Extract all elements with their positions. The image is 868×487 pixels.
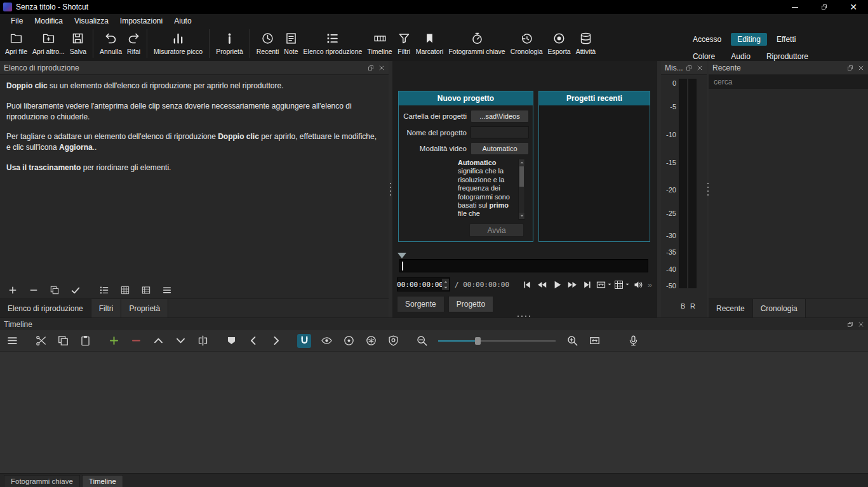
float-panel-icon[interactable] [847, 321, 853, 328]
snap-button[interactable] [297, 334, 311, 348]
skip-start-button[interactable] [519, 277, 533, 291]
scroll-down-icon[interactable] [519, 213, 524, 219]
splitter-right[interactable] [707, 61, 709, 317]
timecode-current[interactable]: 00:00:00:00 [397, 277, 450, 291]
scroll-up-icon[interactable] [519, 159, 524, 166]
recent-projects-list[interactable] [539, 105, 650, 241]
close-panel-icon[interactable] [858, 65, 864, 71]
grid-button[interactable] [613, 277, 630, 291]
float-panel-icon[interactable] [686, 65, 692, 71]
layout-audio[interactable]: Audio [724, 50, 757, 61]
peak-meter-button[interactable]: Misuratore picco [147, 29, 205, 58]
ripple-delete-button[interactable] [129, 334, 143, 348]
open-other-button[interactable]: Apri altro... [30, 29, 67, 58]
skip-end-button[interactable] [580, 277, 594, 291]
description-scrollbar[interactable] [518, 159, 525, 220]
menu-aiuto[interactable]: Aiuto [168, 15, 197, 27]
jobs-button[interactable]: Attività [573, 29, 599, 58]
split-button[interactable] [196, 334, 210, 348]
tab-recent[interactable]: Recente [709, 299, 753, 317]
layout-riproduttore[interactable]: Riproduttore [760, 50, 815, 61]
menu-file[interactable]: File [5, 15, 29, 27]
record-audio-button[interactable] [626, 334, 640, 348]
recent-files-list[interactable] [709, 89, 868, 298]
playlist-add-button[interactable] [6, 284, 19, 297]
ripple-all-tracks-button[interactable] [364, 334, 378, 348]
volume-button[interactable] [631, 277, 645, 291]
playlist-remove-button[interactable] [27, 284, 40, 297]
seek-bar[interactable] [399, 259, 648, 272]
export-button[interactable]: Esporta [545, 29, 573, 58]
timeline-menu-button[interactable] [5, 334, 19, 348]
projects-folder-button[interactable]: ...sad\Videos [471, 110, 529, 123]
playlist-menu-button[interactable] [161, 284, 173, 297]
close-button[interactable]: ✕ [839, 0, 868, 14]
recent-button[interactable]: Recenti [250, 29, 282, 58]
layout-effetti[interactable]: Effetti [770, 33, 802, 46]
ripple-markers-button[interactable] [386, 334, 400, 348]
float-panel-icon[interactable] [847, 65, 853, 71]
lift-button[interactable] [151, 334, 165, 348]
view-icons-button[interactable] [140, 284, 152, 297]
zoom-out-button[interactable] [415, 334, 429, 348]
restore-button[interactable] [810, 0, 839, 14]
append-button[interactable] [107, 334, 121, 348]
timeline-button[interactable]: Timeline [364, 29, 394, 58]
layout-editing[interactable]: Editing [731, 33, 767, 46]
playlist-update-button[interactable] [48, 284, 61, 297]
play-button[interactable] [550, 277, 564, 291]
rewind-button[interactable] [535, 277, 549, 291]
tab-keyframes[interactable]: Fotogrammi chiave [4, 475, 80, 487]
horizontal-splitter-handle[interactable] [517, 316, 533, 317]
open-file-button[interactable]: Apri file [3, 29, 30, 58]
timeline-tracks[interactable] [0, 352, 868, 473]
tab-history[interactable]: Cronologia [753, 299, 806, 317]
view-details-button[interactable] [98, 284, 110, 297]
playlist-check-button[interactable] [69, 284, 82, 297]
filters-button[interactable]: Filtri [395, 29, 413, 58]
tab-timeline[interactable]: Timeline [82, 475, 123, 487]
scrub-while-dragging-button[interactable] [319, 334, 333, 348]
search-input[interactable] [709, 75, 868, 89]
playhead-marker[interactable] [397, 253, 406, 258]
tab-properties[interactable]: Proprietà [121, 299, 168, 317]
tab-filters[interactable]: Filtri [91, 299, 122, 317]
tab-playlist[interactable]: Elenco di riproduzione [0, 299, 91, 317]
layout-accesso[interactable]: Accesso [686, 33, 728, 46]
start-button[interactable]: Avvia [469, 223, 524, 237]
overwrite-button[interactable] [173, 334, 187, 348]
properties-button[interactable]: Proprietà [209, 29, 246, 58]
close-panel-icon[interactable] [378, 65, 385, 71]
video-mode-button[interactable]: Automatico [471, 142, 529, 155]
view-tiles-button[interactable] [119, 284, 131, 297]
redo-button[interactable]: Rifai [124, 29, 143, 58]
playlist-button[interactable]: Elenco riproduzione [301, 29, 365, 58]
slider-handle[interactable] [475, 337, 481, 345]
menu-impostazioni[interactable]: Impostazioni [114, 15, 168, 27]
float-panel-icon[interactable] [368, 65, 374, 71]
next-marker-button[interactable] [269, 334, 283, 348]
undo-button[interactable]: Annulla [93, 29, 124, 58]
project-name-input[interactable] [471, 126, 529, 138]
zoom-fit-player-button[interactable] [596, 277, 612, 291]
minimize-button[interactable] [780, 0, 810, 14]
tab-project[interactable]: Progetto [448, 296, 493, 312]
marker-button[interactable] [224, 334, 238, 348]
layout-colore[interactable]: Colore [686, 50, 721, 61]
notes-button[interactable]: Note [281, 29, 300, 58]
markers-button[interactable]: Marcatori [413, 29, 446, 58]
fast-forward-button[interactable] [565, 277, 579, 291]
prev-marker-button[interactable] [246, 334, 260, 348]
zoom-fit-button[interactable] [587, 334, 601, 348]
copy-button[interactable] [56, 334, 70, 348]
timecode-spinner[interactable] [442, 279, 449, 290]
timeline-zoom-slider[interactable] [438, 337, 556, 345]
keyframes-button[interactable]: Fotogrammi chiave [446, 29, 507, 58]
tab-source[interactable]: Sorgente [397, 296, 444, 312]
paste-button[interactable] [78, 334, 92, 348]
history-button[interactable]: Cronologia [508, 29, 545, 58]
zoom-in-button[interactable] [565, 334, 579, 348]
ripple-button[interactable] [342, 334, 356, 348]
cut-button[interactable] [34, 334, 48, 348]
save-button[interactable]: Salva [67, 29, 89, 58]
